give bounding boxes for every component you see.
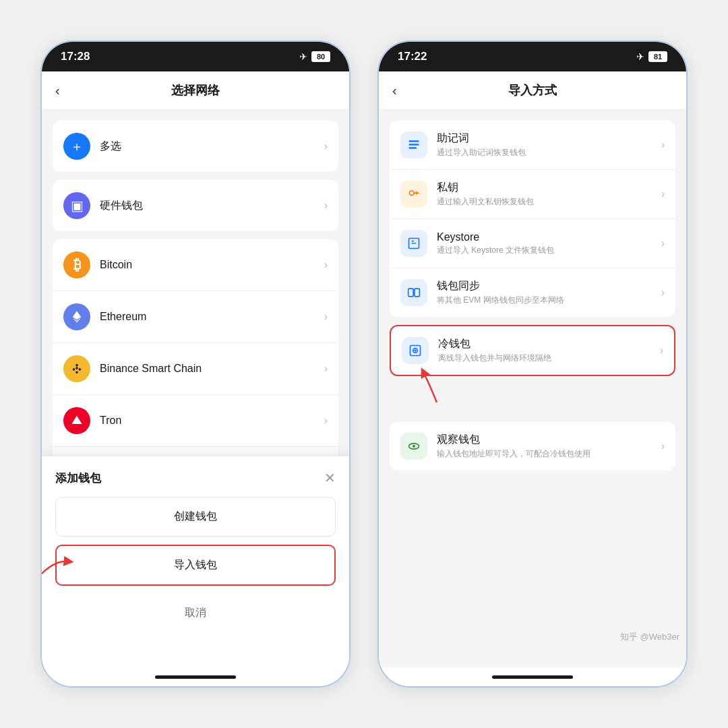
import-item-keystore[interactable]: Keystore 通过导入 Keystore 文件恢复钱包 › [390, 219, 675, 268]
list-item-ethereum[interactable]: Ethereum › [53, 291, 338, 343]
observewallet-desc: 输入钱包地址即可导入，可配合冷钱包使用 [437, 448, 661, 460]
binance-label: Binance Smart Chain [100, 363, 324, 375]
hardware-icon: ▣ [63, 192, 90, 219]
create-wallet-button[interactable]: 创建钱包 [55, 497, 336, 537]
import-item-observewallet[interactable]: 观察钱包 输入钱包地址即可导入，可配合冷钱包使用 › [390, 422, 675, 471]
arrow-coldwallet [410, 365, 464, 406]
cancel-button[interactable]: 取消 [55, 594, 336, 632]
walletsync-name: 钱包同步 [437, 279, 661, 293]
coldwallet-chevron: › [660, 344, 663, 357]
walletsync-desc: 将其他 EVM 网络钱包同步至本网络 [437, 295, 661, 306]
privatekey-text: 私钥 通过输入明文私钥恢复钱包 [437, 181, 661, 208]
modal-close-button[interactable]: ✕ [324, 470, 336, 486]
svg-rect-7 [408, 289, 414, 297]
back-button-right[interactable]: ‹ [392, 83, 397, 98]
page-title-left: 选择网络 [171, 82, 220, 98]
ethereum-icon [63, 303, 90, 330]
svg-rect-3 [409, 144, 419, 146]
keystore-icon [400, 230, 427, 257]
battery-right: 81 [648, 51, 667, 62]
observe-wallet-card: 观察钱包 输入钱包地址即可导入，可配合冷钱包使用 › [390, 422, 675, 471]
coldwallet-icon [402, 337, 429, 364]
binance-icon [63, 355, 90, 382]
import-list: 助记词 通过导入助记词恢复钱包 › 私钥 通过输入明文私钥恢复钱包 › [379, 110, 686, 667]
status-icons-right: ✈ 81 [636, 51, 667, 62]
list-item-multi[interactable]: ＋ 多选 › [53, 121, 338, 172]
add-wallet-modal: 添加钱包 ✕ 创建钱包 导入钱包 取消 [42, 456, 349, 667]
time-left: 17:28 [61, 50, 90, 63]
home-bar-left [42, 667, 349, 686]
hardware-chevron: › [324, 200, 328, 212]
list-item-tron[interactable]: Tron › [53, 395, 338, 447]
hardware-card: ▣ 硬件钱包 › [53, 180, 338, 231]
mnemonic-name: 助记词 [437, 131, 661, 146]
binance-chevron: › [324, 363, 328, 375]
import-item-privatekey[interactable]: 私钥 通过输入明文私钥恢复钱包 › [390, 170, 675, 219]
svg-rect-2 [409, 140, 419, 142]
bitcoin-icon: ₿ [63, 251, 90, 278]
svg-rect-8 [415, 289, 420, 297]
home-bar-right [379, 667, 686, 686]
modal-header: 添加钱包 ✕ [55, 470, 336, 486]
header-left: ‹ 选择网络 [42, 71, 349, 110]
svg-point-5 [409, 191, 414, 195]
tron-icon [63, 407, 90, 434]
multi-icon: ＋ [63, 133, 90, 160]
multi-chevron: › [324, 140, 328, 152]
keystore-chevron: › [661, 237, 665, 249]
list-item-bitcoin[interactable]: ₿ Bitcoin › [53, 239, 338, 291]
list-item-hardware[interactable]: ▣ 硬件钱包 › [53, 180, 338, 231]
svg-point-14 [413, 445, 415, 448]
screen-left: ‹ 选择网络 ＋ 多选 › ▣ 硬件钱包 › ₿ [42, 71, 349, 667]
modal-title: 添加钱包 [55, 471, 101, 486]
keystore-text: Keystore 通过导入 Keystore 文件恢复钱包 [437, 231, 661, 256]
privatekey-icon [400, 181, 427, 208]
privatekey-chevron: › [661, 188, 665, 200]
privatekey-desc: 通过输入明文私钥恢复钱包 [437, 196, 661, 208]
import-item-mnemonic[interactable]: 助记词 通过导入助记词恢复钱包 › [390, 121, 675, 170]
tron-chevron: › [324, 415, 328, 427]
coldwallet-desc: 离线导入钱包并与网络环境隔绝 [438, 353, 660, 364]
observewallet-icon [400, 433, 427, 460]
main-options-card: 助记词 通过导入助记词恢复钱包 › 私钥 通过输入明文私钥恢复钱包 › [390, 121, 675, 317]
time-right: 17:22 [398, 50, 427, 63]
airplane-icon: ✈ [299, 51, 307, 62]
screen-right: ‹ 导入方式 助记词 通过导入助记词恢复钱包 › [379, 71, 686, 667]
privatekey-name: 私钥 [437, 181, 661, 195]
battery-left: 80 [311, 51, 330, 62]
multi-label: 多选 [100, 140, 324, 154]
list-item-binance[interactable]: Binance Smart Chain › [53, 343, 338, 395]
svg-marker-0 [72, 416, 82, 425]
tron-label: Tron [100, 415, 324, 427]
ethereum-label: Ethereum [100, 311, 324, 323]
mnemonic-icon [400, 131, 427, 158]
import-wallet-button[interactable]: 导入钱包 [55, 545, 336, 586]
phone-right: 17:22 ✈ 81 ‹ 导入方式 助记词 通过导入助记词恢复钱包 [377, 40, 688, 688]
phone-left: 17:28 ✈ 80 ‹ 选择网络 ＋ 多选 › ▣ 硬件钱包 [40, 40, 351, 688]
walletsync-text: 钱包同步 将其他 EVM 网络钱包同步至本网络 [437, 279, 661, 306]
hardware-label: 硬件钱包 [100, 199, 324, 213]
status-bar-left: 17:28 ✈ 80 [42, 42, 349, 71]
mnemonic-chevron: › [661, 139, 665, 151]
home-indicator-right [492, 675, 573, 679]
home-indicator-left [155, 675, 236, 679]
back-button-left[interactable]: ‹ [55, 83, 60, 98]
header-right: ‹ 导入方式 [379, 71, 686, 110]
status-icons-left: ✈ 80 [299, 51, 330, 62]
bitcoin-label: Bitcoin [100, 259, 324, 271]
status-bar-right: 17:22 ✈ 81 [379, 42, 686, 71]
page-title-right: 导入方式 [508, 82, 557, 98]
keystore-desc: 通过导入 Keystore 文件恢复钱包 [437, 245, 661, 256]
mnemonic-desc: 通过导入助记词恢复钱包 [437, 147, 661, 158]
ethereum-chevron: › [324, 311, 328, 323]
bitcoin-chevron: › [324, 259, 328, 271]
watermark: 知乎 @Web3er [620, 631, 679, 643]
svg-rect-4 [409, 147, 417, 149]
airplane-icon-right: ✈ [636, 51, 644, 62]
keystore-name: Keystore [437, 231, 661, 243]
mnemonic-text: 助记词 通过导入助记词恢复钱包 [437, 131, 661, 158]
import-item-walletsync[interactable]: 钱包同步 将其他 EVM 网络钱包同步至本网络 › [390, 268, 675, 317]
multi-select-card: ＋ 多选 › [53, 121, 338, 172]
observewallet-text: 观察钱包 输入钱包地址即可导入，可配合冷钱包使用 [437, 433, 661, 460]
coldwallet-text: 冷钱包 离线导入钱包并与网络环境隔绝 [438, 337, 660, 364]
